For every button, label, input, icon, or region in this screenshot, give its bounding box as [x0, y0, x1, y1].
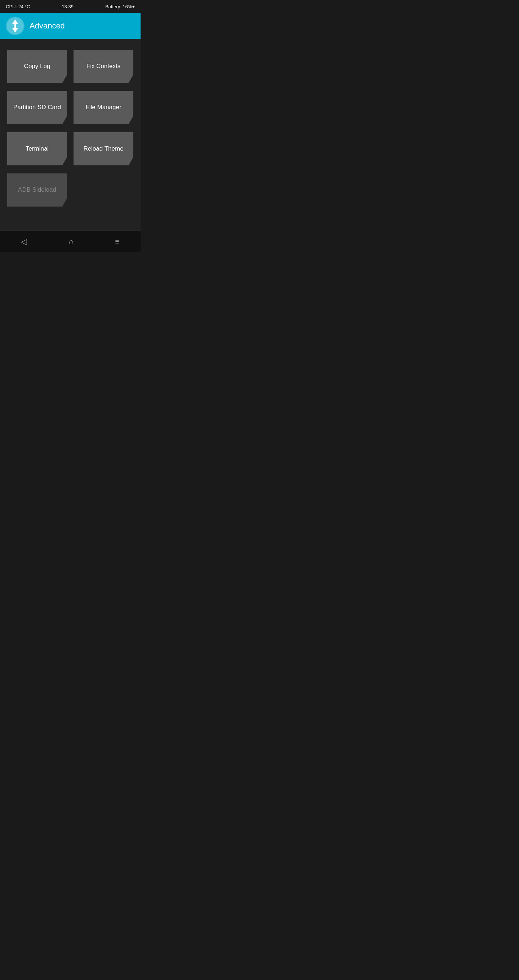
menu-button[interactable]: ≡: [108, 234, 127, 250]
menu-icon: ≡: [115, 237, 119, 247]
back-button[interactable]: ◁: [14, 234, 34, 250]
app-bar: Advanced: [0, 13, 140, 39]
time-status: 13:39: [62, 4, 73, 10]
bottom-nav: ◁ ⌂ ≡: [0, 231, 140, 252]
single-button-row: ADB Sideload: [7, 173, 133, 207]
adb-sideload-button[interactable]: ADB Sideload: [7, 173, 67, 207]
home-button[interactable]: ⌂: [61, 234, 80, 250]
terminal-button[interactable]: Terminal: [7, 132, 67, 165]
cpu-status: CPU: 24 °C: [6, 4, 30, 10]
copy-log-button[interactable]: Copy Log: [7, 50, 67, 83]
page-title: Advanced: [30, 21, 65, 30]
battery-status: Battery: 16%+: [105, 4, 135, 10]
file-manager-button[interactable]: File Manager: [73, 91, 133, 124]
app-logo-icon: [6, 17, 24, 35]
fix-contexts-button[interactable]: Fix Contexts: [73, 50, 133, 83]
main-content: Copy Log Fix Contexts Partition SD Card …: [0, 39, 140, 231]
reload-theme-button[interactable]: Reload Theme: [73, 132, 133, 165]
home-icon: ⌂: [68, 237, 73, 247]
partition-sd-card-button[interactable]: Partition SD Card: [7, 91, 67, 124]
back-icon: ◁: [21, 237, 27, 247]
button-grid: Copy Log Fix Contexts Partition SD Card …: [7, 50, 133, 165]
status-bar: CPU: 24 °C 13:39 Battery: 16%+: [0, 0, 140, 13]
